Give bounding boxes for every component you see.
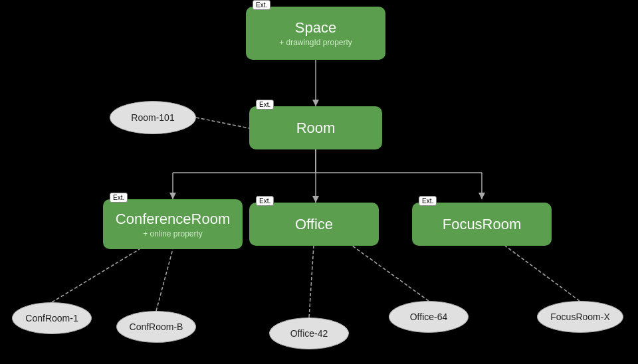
svg-line-17 (505, 246, 580, 301)
svg-marker-1 (312, 100, 319, 106)
office-ext-badge: Ext. (256, 196, 274, 206)
svg-marker-11 (478, 193, 485, 199)
office42-instance: Office-42 (269, 318, 349, 349)
conferenceroom-class-subtitle: + online property (143, 229, 203, 238)
confroomB-label: ConfRoom-B (130, 321, 183, 332)
office-class-box: Ext. Office (249, 203, 379, 246)
office64-label: Office-64 (410, 312, 448, 322)
room-ext-badge: Ext. (256, 100, 274, 110)
svg-line-14 (156, 249, 173, 311)
space-class-label: Space (295, 19, 336, 37)
focusroomX-instance: FocusRoom-X (537, 301, 623, 333)
svg-line-12 (196, 118, 249, 128)
room-class-label: Room (296, 120, 336, 137)
confroomB-instance: ConfRoom-B (116, 311, 196, 343)
conferenceroom-class-label: ConferenceRoom (116, 211, 230, 228)
room101-instance: Room-101 (110, 101, 196, 134)
office42-label: Office-42 (290, 328, 328, 339)
focusroomX-label: FocusRoom-X (550, 312, 609, 322)
space-class-box: Ext. Space + drawingId property (246, 7, 385, 60)
svg-line-13 (52, 249, 140, 302)
svg-marker-5 (169, 193, 176, 199)
space-class-subtitle: + drawingId property (279, 38, 352, 47)
office-class-label: Office (295, 216, 333, 233)
conferenceroom-ext-badge: Ext. (110, 193, 128, 203)
focusroom-ext-badge: Ext. (419, 196, 437, 206)
conferenceroom-class-box: Ext. ConferenceRoom + online property (103, 199, 243, 249)
confroom1-label: ConfRoom-1 (25, 313, 78, 323)
focusroom-class-box: Ext. FocusRoom (412, 203, 552, 246)
svg-line-15 (309, 246, 314, 318)
svg-marker-7 (312, 196, 319, 203)
svg-line-16 (352, 246, 429, 301)
space-ext-badge: Ext. (253, 0, 270, 10)
confroom1-instance: ConfRoom-1 (12, 302, 92, 334)
room101-label: Room-101 (131, 112, 174, 123)
office64-instance: Office-64 (389, 301, 469, 333)
focusroom-class-label: FocusRoom (443, 216, 522, 233)
room-class-box: Ext. Room (249, 106, 382, 149)
